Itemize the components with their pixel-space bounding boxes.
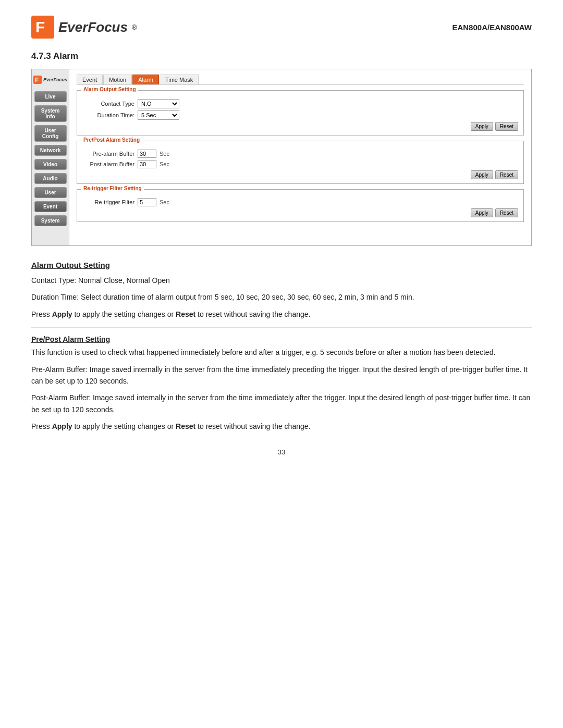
contact-type-select[interactable]: N.O	[138, 99, 179, 108]
duration-time-doc-para: Duration Time: Select duration time of a…	[31, 291, 532, 303]
sidebar-logo-icon: F	[33, 76, 42, 84]
page-footer: 33	[31, 448, 532, 456]
pre-post-apply-btn[interactable]: Apply	[471, 170, 493, 179]
nav-system[interactable]: System	[34, 215, 67, 226]
post-alarm-input[interactable]	[138, 160, 156, 168]
pre-alarm-input[interactable]	[138, 150, 156, 158]
logo-reg: ®	[132, 23, 137, 31]
pre-post-alarm-section: Pre/Post Alarm Setting Pre-alarm Buffer …	[77, 141, 524, 184]
apply-end-2: to reset without saving the change.	[195, 422, 310, 430]
alarm-output-apply-btn[interactable]: Apply	[471, 122, 493, 131]
logo-text: EverFocus	[58, 19, 128, 35]
pre-post-alarm-title: Pre/Post Alarm Setting	[81, 137, 142, 143]
contact-type-label: Contact Type	[82, 101, 134, 107]
post-alarm-unit: Sec	[160, 161, 169, 167]
nav-user-config[interactable]: User Config	[34, 125, 67, 142]
reset-bold-1: Reset	[176, 310, 195, 318]
retrigger-title: Re-trigger Filter Setting	[81, 186, 144, 191]
pre-alarm-unit: Sec	[160, 151, 169, 157]
post-alarm-desc: Post-Alarm Buffer: Image saved internall…	[31, 392, 532, 415]
pre-alarm-row: Pre-alarm Buffer Sec	[82, 150, 518, 158]
contact-type-row: Contact Type N.O	[82, 99, 518, 108]
divider-1	[31, 327, 532, 328]
retrigger-unit: Sec	[160, 199, 169, 205]
tab-event[interactable]: Event	[77, 75, 103, 84]
alarm-output-title: Alarm Output Setting	[81, 87, 138, 92]
model-name: EAN800A/EAN800AW	[452, 23, 532, 32]
page-number: 33	[278, 448, 285, 456]
retrigger-row: Re-trigger Filter Sec	[82, 198, 518, 206]
logo-icon: F	[31, 16, 54, 39]
pre-post-desc1: This function is used to check what happ…	[31, 347, 532, 358]
apply-mid-2: to apply the setting changes or	[72, 422, 176, 430]
alarm-output-doc-heading: Alarm Output Setting	[31, 261, 532, 269]
reset-bold-2: Reset	[176, 422, 195, 430]
alarm-output-btn-row: Apply Reset	[82, 122, 518, 131]
main-content: Event Motion Alarm Time Mask Alarm Outpu…	[69, 69, 531, 245]
nav-audio[interactable]: Audio	[34, 173, 67, 184]
pre-post-reset-btn[interactable]: Reset	[495, 170, 518, 179]
pre-alarm-desc: Pre-Alarm Buffer: Image saved internally…	[31, 364, 532, 387]
svg-text:F: F	[35, 18, 45, 35]
tabs-row: Event Motion Alarm Time Mask	[77, 75, 524, 85]
logo: F EverFocus®	[31, 16, 137, 39]
svg-text:F: F	[35, 77, 39, 84]
apply-bold-1: Apply	[52, 310, 72, 318]
post-alarm-row: Post-alarm Buffer Sec	[82, 160, 518, 168]
tab-alarm[interactable]: Alarm	[132, 75, 159, 84]
duration-time-select[interactable]: 5 Sec	[138, 110, 179, 120]
duration-time-label: Duration Time:	[82, 112, 134, 118]
retrigger-apply-btn[interactable]: Apply	[471, 208, 493, 217]
apply-reset-prefix-2: Press	[31, 422, 52, 430]
sidebar-logo-text: EverFocus	[43, 77, 67, 82]
nav-user[interactable]: User	[34, 187, 67, 198]
apply-reset-note-2: Press Apply to apply the setting changes…	[31, 421, 532, 432]
apply-bold-2: Apply	[52, 422, 72, 430]
apply-reset-prefix-1: Press	[31, 310, 52, 318]
retrigger-reset-btn[interactable]: Reset	[495, 208, 518, 217]
nav-event[interactable]: Event	[34, 201, 67, 212]
tab-time-mask[interactable]: Time Mask	[160, 75, 199, 84]
alarm-output-reset-btn[interactable]: Reset	[495, 122, 518, 131]
page-header: F EverFocus® EAN800A/EAN800AW	[31, 16, 532, 39]
sidebar-logo: F EverFocus	[33, 76, 67, 84]
contact-type-doc-para: Contact Type: Normal Close, Normal Open	[31, 275, 532, 286]
pre-alarm-label: Pre-alarm Buffer	[82, 151, 134, 157]
apply-mid-1: to apply the setting changes or	[72, 310, 176, 318]
nav-video[interactable]: Video	[34, 159, 67, 170]
alarm-output-section: Alarm Output Setting Contact Type N.O Du…	[77, 90, 524, 135]
retrigger-label: Re-trigger Filter	[82, 199, 134, 205]
apply-reset-note-1: Press Apply to apply the setting changes…	[31, 309, 532, 320]
duration-time-row: Duration Time: 5 Sec	[82, 110, 518, 120]
ui-screenshot-box: F EverFocus Live System Info User Config…	[31, 69, 532, 246]
pre-post-alarm-btn-row: Apply Reset	[82, 170, 518, 179]
apply-end-1: to reset without saving the change.	[195, 310, 310, 318]
nav-network[interactable]: Network	[34, 145, 67, 156]
nav-live[interactable]: Live	[34, 91, 67, 102]
sidebar: F EverFocus Live System Info User Config…	[32, 69, 69, 245]
post-alarm-label: Post-alarm Buffer	[82, 161, 134, 167]
retrigger-btn-row: Apply Reset	[82, 208, 518, 217]
retrigger-input[interactable]	[138, 198, 156, 206]
nav-system-info[interactable]: System Info	[34, 105, 67, 122]
pre-post-doc-heading: Pre/Post Alarm Setting	[31, 335, 532, 343]
retrigger-section: Re-trigger Filter Setting Re-trigger Fil…	[77, 189, 524, 222]
section-heading: 4.7.3 Alarm	[31, 51, 532, 61]
doc-section: Alarm Output Setting Contact Type: Norma…	[31, 261, 532, 433]
tab-motion[interactable]: Motion	[103, 75, 132, 84]
